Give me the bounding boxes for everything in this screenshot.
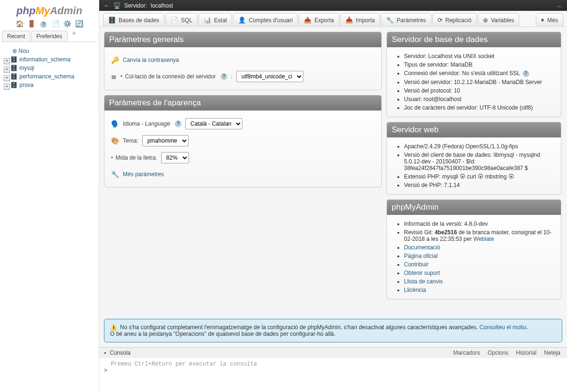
logout-icon[interactable]: 🚪 [27,20,35,27]
server-icon: 🖥️ [113,2,120,9]
server-label: Servidor: [124,2,147,9]
info-item: Joc de caràcters del servidor: UTF-8 Uni… [404,103,554,112]
reason-link[interactable]: Consulteu el motiu [480,324,526,331]
info-item: Usuari: root@localhost [404,95,554,103]
theme-label: Tema: [123,137,138,144]
tab-more[interactable]: ▾Més [536,13,563,26]
key-icon: 🔑 [111,56,119,64]
info-item: Informació de la versió: 4.8.0-dev [404,220,554,228]
console-icon[interactable]: ▪ [104,349,106,356]
console-bookmarks[interactable]: Marcadors [451,349,482,356]
info-item: Connexió del servidor: No s'està utilitz… [404,69,554,78]
new-database-link[interactable]: ⊕ Nou [4,47,97,55]
info-item: Apache/2.4.29 (Fedora) OpenSSL/1.1.0g-fi… [404,142,554,151]
official-page-link[interactable]: Pàgina oficial [404,253,438,259]
db-item[interactable]: 🗄️mysql [4,64,97,72]
change-password-link[interactable]: Canvia la contrasenya [123,55,179,65]
db-item[interactable]: 🗄️prova [4,81,97,89]
export-icon: 📤 [304,17,311,24]
wrench-icon: 🔧 [111,170,119,178]
home-icon[interactable]: 🏠 [16,20,24,27]
info-item: Tipus de servidor: MariaDB [404,60,554,69]
info-item: Versió del servidor: 10.2.12-MariaDB - M… [404,78,554,86]
info-item: Servidor: Localhost via UNIX socket [404,52,554,60]
panel-web-server: Servidor web Apache/2.4.29 (Fedora) Open… [387,122,561,195]
back-icon[interactable]: ← [104,2,110,9]
changelog-link[interactable]: Llista de canvis [404,278,443,285]
refresh-icon[interactable]: 🔄 [75,20,83,27]
wrench-icon: 🔧 [386,17,394,24]
panel-db-server: Servidor de base de dades Servidor: Loca… [387,32,561,117]
console-input[interactable]: Premeu Ctrl+Retorn per executar la consu… [99,358,567,392]
docs-icon[interactable]: ? [39,20,48,27]
theme-select[interactable]: pmahomme [142,135,189,146]
fontsize-label: Mida de la lletra: [111,154,157,161]
tab-replication[interactable]: ⟳Replicació [432,13,477,26]
db-item[interactable]: 🗄️performance_schema [4,72,97,81]
info-item: Extensió PHP: mysqli ⦿ curl ⦿ mbstring ⦿ [404,172,554,181]
users-icon: 👤 [238,17,246,24]
warning-icon: ⚠️ [110,324,117,331]
more-settings-link[interactable]: Més paràmetres [123,169,164,179]
console-label[interactable]: Consola [110,349,130,356]
tab-recent[interactable]: Recent [2,31,30,42]
config-storage-alert: ⚠️No s'ha configurat completament l'emma… [104,319,562,342]
tab-users[interactable]: 👤Comptes d'usuari [233,13,298,26]
panel-title: Paràmetres de l'aparença [104,95,381,111]
fontsize-select[interactable]: 82% [161,152,189,163]
settings-icon[interactable]: 📄 [52,20,60,27]
tab-sql[interactable]: 📄SQL [165,13,198,26]
help-icon[interactable]: ? [175,120,181,127]
language-select[interactable]: Català - Catalan [185,118,242,129]
help-icon[interactable]: ? [523,70,529,77]
quick-links-toolbar: 🏠 🚪 ? 📄 ⚙️ 🔄 [2,20,97,28]
panel-general-settings: Paràmetres generals 🔑 Canvia la contrase… [104,32,382,90]
logo[interactable]: phpMyAdmin [2,3,97,20]
server-name[interactable]: localhost [151,2,173,9]
database-icon: 🗄️ [108,17,116,24]
git-author-link[interactable]: Weblate [473,236,494,242]
theme-icon: 🎨 [111,137,119,145]
panel-title: Servidor web [387,122,561,137]
panel-phpmyadmin: phpMyAdmin Informació de la versió: 4.8.… [387,199,561,299]
contribute-link[interactable]: Contribuir [404,261,429,268]
info-item: Revisió Git: 4be2516 de la branca master… [404,228,554,243]
tab-favorites[interactable]: Preferides [31,31,68,42]
navigation-sidebar: phpMyAdmin 🏠 🚪 ? 📄 ⚙️ 🔄 Recent Preferide… [0,0,99,392]
tab-databases[interactable]: 🗄️Bases de dades [103,13,164,26]
tab-settings[interactable]: 🔧Paràmetres [381,13,431,26]
console-history[interactable]: Historial [514,349,538,356]
replication-icon: ⟳ [438,17,443,24]
list-icon: ≣ [111,73,117,80]
console-clear[interactable]: Neteja [542,349,562,356]
tab-variables[interactable]: ⊕Variables [478,13,519,26]
import-icon: 📥 [345,17,353,24]
collation-select[interactable]: utf8mb4_unicode_ci [236,71,303,82]
collapse-top-icon[interactable]: ︽ [557,2,562,9]
status-icon: 📊 [204,17,211,24]
license-link[interactable]: Llicència [404,287,426,293]
breadcrumb-bar: ← 🖥️ Servidor: localhost ︽ [99,0,567,11]
chevron-down-icon: ▾ [541,17,544,24]
content-area: ← 🖥️ Servidor: localhost ︽ 🗄️Bases de da… [99,0,567,392]
tab-export[interactable]: 📤Exporta [299,13,339,26]
docs-link[interactable]: Documentació [404,244,440,251]
db-item[interactable]: 🗄️information_schema [4,55,97,64]
info-item: Versió del protocol: 10 [404,86,554,95]
console-toolbar: ▪ Consola Marcadors Opcions Historial Ne… [99,347,567,358]
collapse-icon[interactable]: ⊖ [69,31,80,42]
tab-import[interactable]: 📥Importa [340,13,380,26]
language-icon: 🗣️ [111,120,119,128]
top-tabs: 🗄️Bases de dades 📄SQL 📊Estat 👤Comptes d'… [99,11,567,27]
console-options[interactable]: Opcions [486,349,510,356]
help-icon[interactable]: ? [221,73,227,80]
sql-icon: 📄 [171,17,178,24]
panel-title: Paràmetres generals [104,32,381,47]
tab-status[interactable]: 📊Estat [198,13,232,26]
support-link[interactable]: Obtenir suport [404,270,440,276]
language-label-en: Language [145,120,170,127]
collation-label: Col·lació de la connexió del servidor [120,73,216,80]
info-item: Versió del client de base de dades: libm… [404,151,554,172]
reload-icon[interactable]: ⚙️ [63,20,71,27]
database-tree: ⊕ Nou 🗄️information_schema 🗄️mysql 🗄️per… [2,45,97,89]
